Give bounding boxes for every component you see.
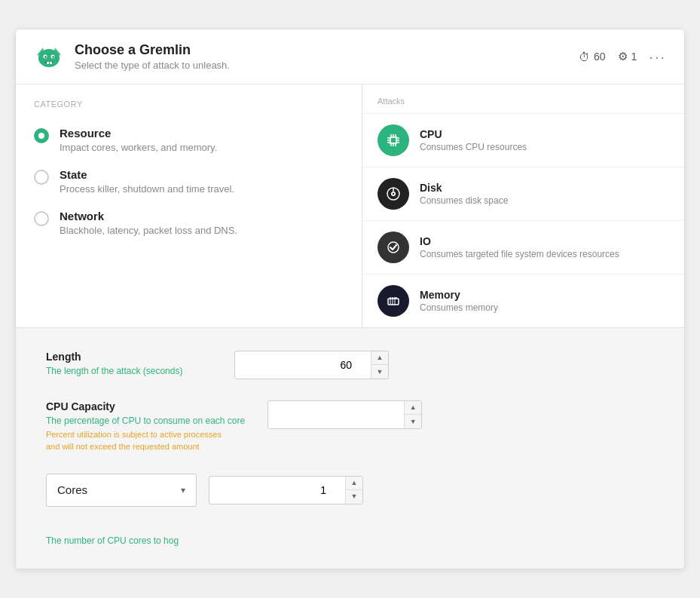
cpu-capacity-row: CPU Capacity The percentage of CPU to co… — [46, 400, 654, 452]
config-section: Length The length of the attack (seconds… — [16, 328, 684, 569]
settings-control: ⚙ 1 — [618, 50, 637, 63]
category-state-name: State — [60, 168, 234, 181]
cores-row: Cores ▾ ▲ ▼ The number of CPU cores to h… — [46, 474, 654, 546]
cpu-capacity-spinner: ▲ ▼ — [267, 400, 422, 429]
category-network-text: Network Blackhole, latency, packet loss … — [60, 210, 237, 236]
chevron-down-icon: ▾ — [181, 485, 185, 495]
timer-value: 60 — [594, 51, 606, 63]
svg-rect-7 — [47, 62, 49, 64]
category-network-desc: Blackhole, latency, packet loss and DNS. — [60, 225, 237, 236]
category-resource-name: Resource — [60, 127, 217, 140]
svg-rect-8 — [50, 62, 52, 64]
category-label: Category — [34, 100, 344, 109]
attack-memory-desc: Consumes memory — [420, 302, 498, 313]
header: Choose a Gremlin Select the type of atta… — [16, 29, 684, 84]
header-title: Choose a Gremlin — [75, 42, 579, 58]
memory-attack-icon — [378, 285, 409, 317]
category-state-text: State Process killer, shutdown and time … — [60, 168, 234, 195]
category-resource-text: Resource Impact cores, workers, and memo… — [60, 127, 217, 153]
attack-item-cpu[interactable]: CPU Consumes CPU resources — [362, 113, 684, 167]
cores-increment-button[interactable]: ▲ — [346, 477, 362, 490]
cpu-capacity-input[interactable] — [268, 401, 404, 428]
svg-rect-10 — [391, 138, 396, 143]
cpu-capacity-input-group: ▲ ▼ — [267, 400, 422, 429]
cpu-capacity-spinner-btns: ▲ ▼ — [404, 401, 421, 428]
cpu-capacity-increment-button[interactable]: ▲ — [405, 401, 421, 415]
main-container: Choose a Gremlin Select the type of atta… — [15, 29, 685, 569]
length-label-group: Length The length of the attack (seconds… — [46, 351, 212, 376]
disk-attack-icon — [378, 178, 409, 210]
cpu-capacity-decrement-button[interactable]: ▼ — [405, 415, 421, 428]
category-item-resource[interactable]: Resource Impact cores, workers, and memo… — [34, 119, 344, 161]
radio-resource[interactable] — [34, 128, 49, 143]
length-sublabel: The length of the attack (seconds) — [46, 366, 212, 376]
length-increment-button[interactable]: ▲ — [371, 351, 388, 365]
header-controls: ⏱ 60 ⚙ 1 ··· — [579, 48, 666, 66]
svg-point-2 — [38, 49, 60, 67]
radio-state[interactable] — [34, 170, 49, 185]
cpu-attack-icon — [378, 124, 409, 156]
attack-item-memory[interactable]: Memory Consumes memory — [362, 274, 684, 327]
cores-controls: Cores ▾ ▲ ▼ — [46, 474, 363, 507]
cores-dropdown-label: Cores — [57, 483, 87, 496]
attack-cpu-name: CPU — [420, 128, 527, 140]
attack-cpu-desc: Consumes CPU resources — [420, 142, 527, 152]
timer-control: ⏱ 60 — [579, 51, 606, 63]
length-input-group: ▲ ▼ — [234, 351, 389, 379]
attack-disk-desc: Consumes disk space — [420, 195, 508, 206]
cores-dropdown[interactable]: Cores ▾ — [46, 474, 197, 507]
attack-item-io[interactable]: IO Consumes targeted file system devices… — [362, 220, 684, 274]
cpu-capacity-label-group: CPU Capacity The percentage of CPU to co… — [46, 400, 245, 452]
gear-icon: ⚙ — [618, 50, 628, 63]
category-state-desc: Process killer, shutdown and time travel… — [60, 183, 234, 195]
svg-point-5 — [44, 56, 46, 57]
svg-point-25 — [393, 193, 394, 195]
length-spinner: ▲ ▼ — [234, 351, 389, 379]
category-item-network[interactable]: Network Blackhole, latency, packet loss … — [34, 202, 344, 244]
length-label: Length — [46, 351, 212, 363]
settings-value: 1 — [631, 51, 637, 63]
header-text: Choose a Gremlin Select the type of atta… — [75, 42, 579, 71]
gremlin-logo — [34, 41, 64, 72]
cores-decrement-button[interactable]: ▼ — [346, 490, 362, 504]
cpu-capacity-sublabel: The percentage of CPU to consume on each… — [46, 416, 245, 426]
io-attack-icon — [378, 232, 409, 263]
cores-hint: The number of CPU cores to hog — [46, 535, 179, 546]
attacks-label: Attacks — [362, 84, 684, 113]
length-input[interactable] — [235, 351, 371, 379]
length-spinner-btns: ▲ ▼ — [371, 351, 388, 379]
length-decrement-button[interactable]: ▼ — [371, 365, 388, 379]
radio-network[interactable] — [34, 211, 49, 226]
header-subtitle: Select the type of attack to unleash. — [75, 60, 579, 71]
attacks-panel: Attacks — [362, 84, 684, 327]
svg-point-6 — [52, 56, 53, 57]
attack-memory-name: Memory — [420, 289, 498, 301]
length-row: Length The length of the attack (seconds… — [46, 351, 654, 379]
attack-memory-text: Memory Consumes memory — [420, 289, 498, 313]
cpu-capacity-label: CPU Capacity — [46, 400, 245, 412]
category-network-name: Network — [60, 210, 237, 222]
svg-rect-28 — [388, 299, 399, 305]
attack-io-text: IO Consumes targeted file system devices… — [420, 235, 619, 259]
attack-io-name: IO — [420, 235, 619, 247]
cores-input[interactable] — [209, 477, 345, 504]
attack-disk-text: Disk Consumes disk space — [420, 182, 508, 206]
cores-spinner-btns: ▲ ▼ — [345, 477, 362, 504]
attack-item-disk[interactable]: Disk Consumes disk space — [362, 167, 684, 220]
category-item-state[interactable]: State Process killer, shutdown and time … — [34, 161, 344, 202]
cores-spinner: ▲ ▼ — [209, 476, 363, 504]
category-panel: Category Resource Impact cores, workers,… — [16, 84, 362, 327]
cpu-capacity-note: Percent utilization is subject to active… — [46, 429, 227, 452]
clock-icon: ⏱ — [579, 51, 590, 63]
category-resource-desc: Impact cores, workers, and memory. — [60, 142, 217, 153]
attack-disk-name: Disk — [420, 182, 508, 194]
more-options-button[interactable]: ··· — [649, 48, 666, 66]
attack-cpu-text: CPU Consumes CPU resources — [420, 128, 527, 152]
top-section: Category Resource Impact cores, workers,… — [16, 84, 684, 328]
attack-io-desc: Consumes targeted file system devices re… — [420, 249, 619, 259]
